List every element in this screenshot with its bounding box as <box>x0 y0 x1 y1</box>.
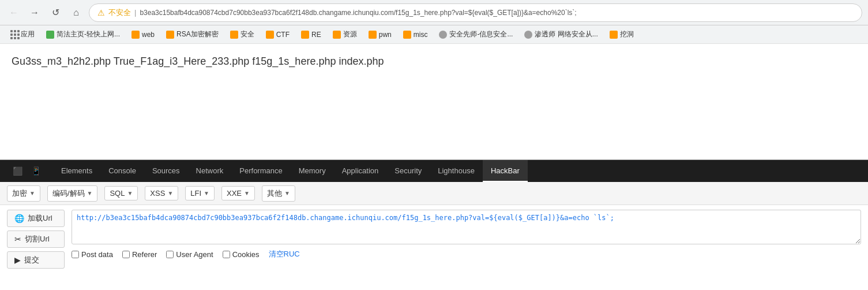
devtools-panel: ⬛ 📱 Elements Console Sources Network Per… <box>0 159 868 273</box>
cookies-checkbox-label[interactable]: Cookies <box>223 250 260 259</box>
tab-elements[interactable]: Elements <box>53 160 100 182</box>
bookmark-bugbounty[interactable]: 挖洞 <box>605 28 638 41</box>
bookmark-label: web <box>142 31 155 39</box>
hackbar-menu-encode[interactable]: 编码/解码 ▼ <box>47 185 98 202</box>
user-agent-checkbox[interactable] <box>166 251 174 258</box>
bookmark-icon <box>166 31 174 39</box>
browser-nav-bar: ← → ↺ ⌂ ⚠ 不安全 | b3ea3c15bafb4dca90874cbd… <box>0 0 868 25</box>
bookmark-simple-homepage[interactable]: 简法主页-轻快上网... <box>42 28 125 41</box>
bookmark-icon <box>230 31 238 39</box>
forward-button[interactable]: → <box>27 5 43 21</box>
bookmark-security-teacher[interactable]: 安全先师-信息安全... <box>434 28 517 41</box>
security-warning-icon: ⚠ <box>97 8 105 17</box>
hackbar-menu-xxe[interactable]: XXE ▼ <box>221 186 255 200</box>
hackbar-toolbar: 加密 ▼ 编码/解码 ▼ SQL ▼ XSS ▼ LFI ▼ XXE ▼ 其他 … <box>0 182 868 205</box>
bookmark-label: 渗透师 网络安全从... <box>535 29 598 39</box>
post-data-checkbox-label[interactable]: Post data <box>72 250 113 259</box>
bookmark-pentest[interactable]: 渗透师 网络安全从... <box>520 28 602 41</box>
bookmark-web[interactable]: web <box>127 29 159 40</box>
bookmark-resources[interactable]: 资源 <box>328 28 362 41</box>
bookmark-label: RSA加密解密 <box>176 29 219 39</box>
bookmark-label: 安全 <box>241 29 254 39</box>
bookmark-label: RE <box>311 31 321 39</box>
apps-grid-icon <box>10 30 20 39</box>
tab-network[interactable]: Network <box>188 160 232 182</box>
tab-hackbar[interactable]: HackBar <box>483 160 528 182</box>
url-domain: b3ea3c15bafb4dca90874cbd7c90bb3ea937bca6… <box>140 9 393 17</box>
post-data-checkbox[interactable] <box>72 251 79 258</box>
devtools-tab-bar: ⬛ 📱 Elements Console Sources Network Per… <box>0 160 868 182</box>
chevron-down-icon: ▼ <box>284 190 290 196</box>
bookmark-icon <box>131 31 140 39</box>
cookies-checkbox[interactable] <box>223 251 230 258</box>
bookmark-icon <box>403 31 411 39</box>
bookmark-label: 挖洞 <box>620 29 634 39</box>
split-url-button[interactable]: ✂ 切割Url <box>7 230 65 248</box>
bookmark-re[interactable]: RE <box>296 29 326 40</box>
insecure-label: 不安全 <box>108 8 131 18</box>
bookmark-icon <box>369 31 377 39</box>
hackbar-content-area: 🌐 加载Url ✂ 切割Url ▶ 提交 Post data <box>0 205 868 273</box>
submit-icon: ▶ <box>14 255 21 265</box>
tab-lighthouse[interactable]: Lighthouse <box>430 160 483 182</box>
bookmark-icon <box>266 31 274 39</box>
chevron-down-icon: ▼ <box>87 190 93 196</box>
tab-memory[interactable]: Memory <box>291 160 334 182</box>
bookmark-icon <box>610 31 618 39</box>
chevron-down-icon: ▼ <box>204 190 209 196</box>
hackbar-url-section: Post data Referer User Agent Cookies 清空R… <box>72 210 861 269</box>
device-toolbar-icon[interactable]: 📱 <box>28 163 44 179</box>
referer-checkbox[interactable] <box>122 251 130 258</box>
bookmark-icon <box>439 31 447 39</box>
bookmark-icon <box>333 31 341 39</box>
chevron-down-icon: ▼ <box>29 190 35 196</box>
apps-label: 应用 <box>21 29 35 39</box>
bookmark-label: misc <box>414 31 428 39</box>
hackbar-action-buttons: 🌐 加载Url ✂ 切割Url ▶ 提交 <box>7 210 65 269</box>
apps-button[interactable]: 应用 <box>6 28 39 41</box>
referer-checkbox-label[interactable]: Referer <box>122 250 157 259</box>
bookmark-label: pwn <box>379 31 392 39</box>
tab-console[interactable]: Console <box>100 160 144 182</box>
bookmark-rsa[interactable]: RSA加密解密 <box>161 28 223 41</box>
bookmark-label: CTF <box>276 31 290 39</box>
clear-ruc-button[interactable]: 清空RUC <box>269 249 300 259</box>
hackbar-menu-xss[interactable]: XSS ▼ <box>145 186 178 200</box>
hackbar-menu-encrypt[interactable]: 加密 ▼ <box>7 185 40 202</box>
bookmark-ctf[interactable]: CTF <box>261 29 294 40</box>
page-content: Gu3ss_m3_h2h2.php True_F1ag_i3_Here_233.… <box>0 44 868 159</box>
bookmark-security[interactable]: 安全 <box>226 28 259 41</box>
user-agent-checkbox-label[interactable]: User Agent <box>166 250 213 259</box>
tab-sources[interactable]: Sources <box>144 160 188 182</box>
address-bar[interactable]: ⚠ 不安全 | b3ea3c15bafb4dca90874cbd7c90bb3e… <box>89 3 862 22</box>
refresh-button[interactable]: ↺ <box>47 5 63 21</box>
load-url-button[interactable]: 🌐 加载Url <box>7 210 65 227</box>
home-button[interactable]: ⌂ <box>68 5 84 21</box>
bookmarks-bar: 应用 简法主页-轻快上网... web RSA加密解密 安全 CTF RE 资源… <box>0 25 868 44</box>
page-text: Gu3ss_m3_h2h2.php True_F1ag_i3_Here_233.… <box>12 55 856 68</box>
bookmark-icon <box>301 31 309 39</box>
hackbar-menu-lfi[interactable]: LFI ▼ <box>185 186 215 200</box>
bookmark-label: 安全先师-信息安全... <box>449 29 513 39</box>
inspect-element-icon[interactable]: ⬛ <box>9 163 25 179</box>
back-button[interactable]: ← <box>6 5 22 21</box>
url-path: /f15g_1s_here.php?val=${eval($_GET[a])}&… <box>394 9 577 17</box>
bookmark-label: 资源 <box>343 29 357 39</box>
bookmark-label: 简法主页-轻快上网... <box>57 29 120 39</box>
separator: | <box>134 8 136 17</box>
devtools-icon-group: ⬛ 📱 <box>5 163 48 179</box>
hackbar-checkboxes-row: Post data Referer User Agent Cookies 清空R… <box>72 249 861 259</box>
submit-button[interactable]: ▶ 提交 <box>7 251 65 269</box>
tab-application[interactable]: Application <box>334 160 387 182</box>
hackbar-menu-sql[interactable]: SQL ▼ <box>104 186 138 200</box>
tab-security[interactable]: Security <box>386 160 430 182</box>
bookmark-pwn[interactable]: pwn <box>364 29 396 40</box>
hackbar-menu-other[interactable]: 其他 ▼ <box>262 185 295 202</box>
bookmark-icon <box>46 31 54 39</box>
bookmark-misc[interactable]: misc <box>399 29 433 40</box>
chevron-down-icon: ▼ <box>127 190 133 196</box>
chevron-down-icon: ▼ <box>244 190 250 196</box>
load-url-icon: 🌐 <box>14 214 24 223</box>
tab-performance[interactable]: Performance <box>231 160 290 182</box>
hackbar-url-input[interactable] <box>72 210 861 244</box>
